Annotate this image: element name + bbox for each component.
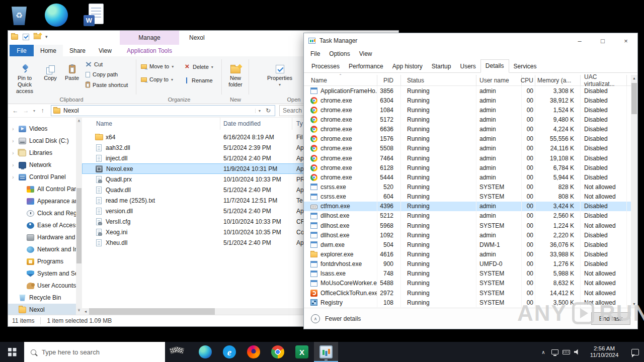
process-row[interactable]: ctfmon.exe 4396 Running admin 00 3,424 K…: [304, 202, 637, 211]
process-row[interactable]: lsass.exe 748 Running SYSTEM 00 5,988 K …: [304, 269, 637, 279]
process-row[interactable]: chrome.exe 6636 Running admin 00 4,224 K…: [304, 125, 637, 134]
end-task-button[interactable]: End task: [591, 312, 630, 325]
taskmgr-tab[interactable]: Users: [455, 60, 480, 73]
taskbar-clock[interactable]: 2:56 AM 11/10/2024: [583, 345, 626, 359]
sidebar-item[interactable]: › Control Panel: [8, 171, 76, 183]
new-folder-button[interactable]: New folder: [223, 58, 248, 88]
taskbar-app-button[interactable]: [242, 342, 266, 362]
expand-chevron-icon[interactable]: ›: [12, 162, 16, 168]
up-button[interactable]: ↑: [37, 107, 48, 114]
tab-file[interactable]: File: [10, 45, 34, 56]
maximize-button[interactable]: □: [591, 33, 614, 48]
action-center-button[interactable]: [626, 349, 644, 355]
close-button[interactable]: ×: [614, 33, 637, 48]
process-row[interactable]: dllhost.exe 5968 Running SYSTEM 00 1,224…: [304, 221, 637, 230]
column-header-user-name[interactable]: User name: [476, 75, 522, 85]
sidebar-item[interactable]: › Clock and Regi: [8, 207, 76, 219]
process-row[interactable]: ApplicationFrameHo... 3856 Running admin…: [304, 86, 637, 96]
column-header-cpu[interactable]: CPU: [522, 75, 535, 85]
new-folder-qat-icon[interactable]: [34, 34, 41, 39]
refresh-icon[interactable]: ↻: [264, 107, 273, 114]
cut-button[interactable]: Cut: [86, 61, 128, 67]
process-row[interactable]: Registry 108 Running SYSTEM 00 3,500 K N…: [304, 298, 637, 307]
sidebar-item[interactable]: › Hardware and: [8, 231, 76, 243]
column-header-memory[interactable]: Memory (a...: [535, 75, 581, 85]
process-row[interactable]: dllhost.exe 1092 Running admin 00 2,220 …: [304, 230, 637, 240]
taskbar-app-button[interactable]: [314, 342, 338, 362]
scroll-up-icon[interactable]: ▲: [631, 75, 637, 82]
move-to-button[interactable]: Move to▾: [141, 63, 174, 69]
properties-qat-icon[interactable]: [23, 34, 29, 40]
copy-to-button[interactable]: Copy to▾: [141, 76, 174, 82]
expand-chevron-icon[interactable]: ›: [12, 150, 16, 156]
scroll-down-icon[interactable]: ▼: [631, 301, 637, 308]
taskmgr-tab[interactable]: Services: [509, 60, 541, 73]
copy-button[interactable]: Copy: [40, 58, 60, 81]
column-header-name[interactable]: ˆ Name: [82, 118, 220, 130]
contextual-group-label[interactable]: Application Tools: [120, 45, 179, 56]
sidebar-item[interactable]: › System and Se: [8, 267, 76, 280]
process-row[interactable]: dllhost.exe 5212 Running admin 00 2,560 …: [304, 211, 637, 221]
minimize-button[interactable]: –: [568, 33, 591, 48]
taskbar-search-input[interactable]: Type here to search: [24, 342, 165, 362]
taskbar-app-button[interactable]: [217, 342, 242, 362]
recent-locations-chevron-icon[interactable]: ▾: [31, 109, 37, 113]
contextual-tab-manage[interactable]: Manage: [120, 31, 179, 45]
taskbar-app-button[interactable]: [193, 342, 217, 362]
sidebar-item[interactable]: › Programs: [8, 255, 76, 267]
vertical-scrollbar[interactable]: ▲ ▼: [631, 75, 637, 308]
column-header-status[interactable]: Status: [401, 75, 476, 85]
address-path[interactable]: Nexol: [63, 107, 79, 114]
expand-chevron-icon[interactable]: ›: [12, 126, 16, 132]
scrollbar-thumb[interactable]: [89, 308, 215, 315]
expand-chevron-icon[interactable]: ›: [12, 174, 16, 180]
process-row[interactable]: dwm.exe 504 Running DWM-1 00 36,076 K Di…: [304, 240, 637, 249]
sidebar-item[interactable]: › Recycle Bin: [8, 292, 76, 304]
sidebar-item[interactable]: › Appearance an: [8, 195, 76, 207]
taskmgr-tab[interactable]: Details: [480, 59, 509, 73]
sidebar-item[interactable]: › Network and In: [8, 243, 76, 255]
back-button[interactable]: ←: [10, 107, 21, 114]
menu-item[interactable]: File: [310, 50, 329, 57]
racing-flags-shortcut-button[interactable]: [165, 342, 188, 362]
process-row[interactable]: explorer.exe 4616 Running admin 00 33,98…: [304, 249, 637, 259]
sidebar-item[interactable]: › Network: [8, 159, 76, 171]
address-dropdown-chevron-icon[interactable]: ▾: [255, 109, 264, 113]
column-header-name[interactable]: ˆ Name: [304, 75, 377, 85]
menu-item[interactable]: Options: [329, 50, 359, 57]
taskbar-app-button[interactable]: [266, 342, 290, 362]
column-header-uac-virtualization[interactable]: UAC virtualizat...: [581, 75, 627, 85]
qat-customize-chevron-icon[interactable]: ▾: [45, 34, 48, 39]
tab-view[interactable]: View: [92, 45, 118, 56]
expand-chevron-icon[interactable]: ›: [12, 138, 16, 144]
copy-path-button[interactable]: Copy path: [86, 71, 128, 77]
process-row[interactable]: fontdrvhost.exe 900 Running UMFD-0 00 1,…: [304, 259, 637, 269]
sidebar-item[interactable]: › Ease of Access: [8, 219, 76, 231]
start-button[interactable]: [0, 342, 24, 362]
recycle-bin-icon[interactable]: [7, 2, 31, 28]
sidebar-item[interactable]: › Local Disk (C:): [8, 135, 76, 147]
process-row[interactable]: OfficeClickToRun.exe 2972 Running SYSTEM…: [304, 288, 637, 298]
pin-to-quick-access-button[interactable]: Pin to Quick access: [10, 58, 39, 95]
process-row[interactable]: MoUsoCoreWorker.e... 5488 Running SYSTEM…: [304, 279, 637, 288]
scrollbar-thumb[interactable]: [76, 188, 82, 263]
scroll-left-icon[interactable]: ◂: [82, 309, 89, 314]
forward-button[interactable]: →: [21, 107, 31, 114]
hidden-icons-chevron-icon[interactable]: ∧: [537, 349, 549, 355]
taskbar-app-button[interactable]: [290, 342, 314, 362]
address-box[interactable]: Nexol ▾ ↻: [51, 105, 275, 116]
sidebar-item[interactable]: › Nexol: [8, 304, 76, 315]
process-row[interactable]: chrome.exe 6128 Running admin 00 6,784 K…: [304, 163, 637, 172]
rename-button[interactable]: Rename: [184, 77, 213, 83]
tray-volume-button[interactable]: [572, 342, 583, 362]
paste-button[interactable]: Paste: [61, 58, 83, 81]
taskmgr-tab[interactable]: Processes: [307, 60, 344, 73]
window-folder-icon[interactable]: [11, 34, 18, 40]
tab-share[interactable]: Share: [63, 45, 92, 56]
taskmgr-tab[interactable]: Performance: [344, 60, 388, 73]
tray-keyboard-button[interactable]: [560, 342, 572, 362]
process-row[interactable]: chrome.exe 1084 Running admin 00 1,524 K…: [304, 105, 637, 115]
tab-home[interactable]: Home: [34, 45, 63, 56]
sidebar-scrollbar[interactable]: ∧ ∨: [76, 118, 82, 315]
taskmgr-tab[interactable]: Startup: [427, 60, 456, 73]
